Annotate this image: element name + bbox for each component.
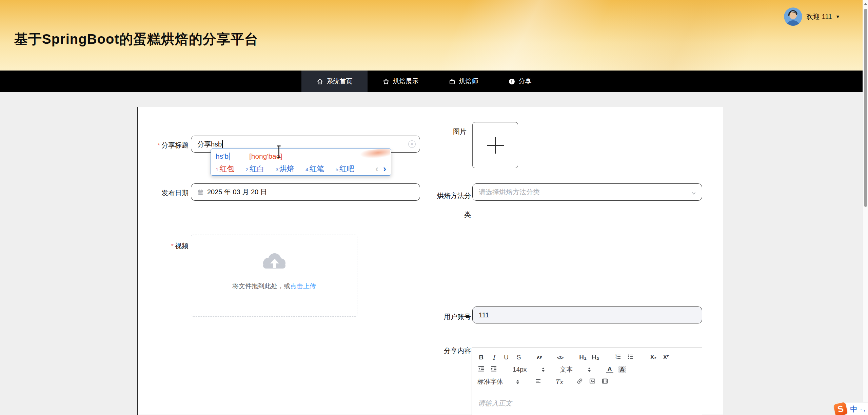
nav-item-display[interactable]: 烘焙展示 xyxy=(368,71,434,92)
app-header: 基于SpringBoot的蛋糕烘焙的分享平台 欢迎 111 ▼ xyxy=(0,0,868,71)
chevron-down-icon[interactable]: ▼ xyxy=(835,14,840,19)
clear-input-icon[interactable]: ✕ xyxy=(408,140,416,148)
ime-candidate-5[interactable]: 5红吧 xyxy=(335,164,354,174)
font-family-select[interactable]: 标准字体 xyxy=(477,377,503,386)
avatar[interactable] xyxy=(784,7,802,26)
nav-item-label: 烘焙师 xyxy=(459,77,478,86)
text-type-stepper-icon[interactable] xyxy=(588,368,591,372)
page-title: 基于SpringBoot的蛋糕烘焙的分享平台 xyxy=(14,30,258,48)
user-account-value: 111 xyxy=(479,311,489,319)
ime-mode-indicator[interactable]: 中 xyxy=(850,404,857,414)
superscript-icon[interactable]: X² xyxy=(662,354,670,361)
page-scrollbar[interactable] xyxy=(863,0,868,415)
scrollbar-thumb[interactable] xyxy=(864,9,867,207)
text-type-select[interactable]: 文本 xyxy=(560,365,573,374)
align-icon[interactable] xyxy=(534,378,542,386)
ime-candidate-popup: hs'b [hong'bao] 1红包 2红白 3烘焙 4红笔 5红吧 ‹ › xyxy=(211,149,391,176)
strikethrough-icon[interactable]: S xyxy=(515,354,522,361)
ime-candidate-4[interactable]: 4红笔 xyxy=(305,164,324,174)
nav-item-label: 分享 xyxy=(519,77,532,86)
ime-status-bar[interactable]: S 中 ·， xyxy=(837,402,868,415)
subscript-icon[interactable]: X₂ xyxy=(650,354,657,361)
insert-video-icon[interactable] xyxy=(601,378,609,386)
chevron-down-icon xyxy=(691,190,696,198)
baking-method-label: 烘焙方法分类 xyxy=(435,186,471,224)
ime-next-page-icon[interactable]: › xyxy=(383,165,386,172)
share-title-value: 分享hsb xyxy=(197,140,222,149)
blockquote-icon[interactable]: ” xyxy=(536,358,543,362)
nav-item-home[interactable]: 系统首页 xyxy=(301,71,368,92)
home-icon xyxy=(316,78,323,85)
unordered-list-icon[interactable] xyxy=(627,353,634,362)
video-label: *视频 xyxy=(138,242,189,250)
click-upload-link[interactable]: 点击上传 xyxy=(290,282,316,290)
ime-punctuation-indicator[interactable]: ·， xyxy=(860,406,867,413)
publish-date-value: 2025 年 03 月 20 日 xyxy=(207,187,267,197)
sogou-logo-icon[interactable]: S xyxy=(833,402,848,415)
share-title-label: *分享标题 xyxy=(138,141,189,150)
editor-content-area[interactable]: 请输入正文 xyxy=(472,391,702,415)
cloud-upload-icon xyxy=(191,251,357,273)
nav-item-label: 烘焙展示 xyxy=(393,77,419,86)
font-size-select[interactable]: 14px xyxy=(513,366,527,373)
star-icon xyxy=(382,78,390,85)
scrollbar-up-arrow-icon[interactable] xyxy=(864,3,867,5)
underline-icon[interactable]: U xyxy=(502,354,510,361)
welcome-text: 欢迎 111 xyxy=(806,12,832,21)
user-account-label: 用户账号 xyxy=(435,313,471,321)
bag-icon xyxy=(449,78,456,85)
baking-method-placeholder: 请选择烘焙方法分类 xyxy=(479,187,540,197)
baking-method-select[interactable]: 请选择烘焙方法分类 xyxy=(472,183,702,201)
ime-candidate-2[interactable]: 2红白 xyxy=(245,164,264,174)
calendar-icon xyxy=(197,189,204,195)
insert-image-icon[interactable] xyxy=(589,378,596,386)
share-form-card: *分享标题 分享hsb ✕ hs'b [hong'bao] 1红包 2红白 3烘… xyxy=(137,107,723,415)
ibeam-cursor-icon xyxy=(276,145,282,160)
image-upload-button[interactable] xyxy=(472,122,518,168)
italic-icon[interactable]: I xyxy=(490,354,497,361)
nav-item-share[interactable]: 分享 xyxy=(493,71,547,92)
heading2-icon[interactable]: H₂ xyxy=(592,354,599,361)
exclamation-circle-icon xyxy=(508,78,515,85)
link-icon[interactable] xyxy=(576,378,584,386)
highlight-color-icon[interactable]: A xyxy=(618,366,626,373)
code-icon[interactable]: </> xyxy=(556,355,564,360)
ime-candidate-3[interactable]: 3烘焙 xyxy=(276,164,294,174)
font-family-stepper-icon[interactable] xyxy=(516,380,519,384)
clear-format-icon[interactable]: Tx xyxy=(555,378,563,386)
video-upload-dropzone[interactable]: 将文件拖到此处，或点击上传 xyxy=(191,235,357,317)
image-label: 图片 xyxy=(453,127,469,136)
required-asterisk: * xyxy=(171,242,174,250)
ime-candidate-1[interactable]: 1红包 xyxy=(216,164,234,174)
bold-icon[interactable]: B xyxy=(477,354,485,361)
font-size-stepper-icon[interactable] xyxy=(542,368,545,372)
editor-toolbar: B I U S ” </> H₁ H₂ 123 xyxy=(472,348,702,391)
svg-text:3: 3 xyxy=(615,357,617,359)
ordered-list-icon[interactable]: 123 xyxy=(614,353,622,362)
main-nav: 系统首页 烘焙展示 烘焙师 xyxy=(0,71,868,92)
ime-caret xyxy=(229,153,230,160)
share-content-label: 分享内容 xyxy=(435,347,471,355)
user-menu[interactable]: 欢迎 111 ▼ xyxy=(784,7,840,26)
text-caret xyxy=(222,140,223,148)
indent-icon[interactable] xyxy=(490,365,497,374)
rich-text-editor: B I U S ” </> H₁ H₂ 123 xyxy=(472,348,702,415)
ime-composition: hs'b xyxy=(216,152,229,160)
nav-item-baker[interactable]: 烘焙师 xyxy=(434,71,493,92)
font-color-icon[interactable]: A xyxy=(606,366,613,373)
heading1-icon[interactable]: H₁ xyxy=(579,354,587,361)
outdent-icon[interactable] xyxy=(477,365,485,374)
publish-date-label: 发布日期 xyxy=(138,189,189,197)
required-asterisk: * xyxy=(158,142,160,149)
drop-hint-text: 将文件拖到此处，或 xyxy=(232,282,290,290)
publish-date-input[interactable]: 2025 年 03 月 20 日 xyxy=(191,183,420,201)
ime-prev-page-icon[interactable]: ‹ xyxy=(375,165,378,172)
nav-item-label: 系统首页 xyxy=(327,77,353,86)
editor-placeholder: 请输入正文 xyxy=(478,399,512,407)
plus-icon xyxy=(495,137,496,154)
user-account-input[interactable]: 111 xyxy=(472,307,702,323)
